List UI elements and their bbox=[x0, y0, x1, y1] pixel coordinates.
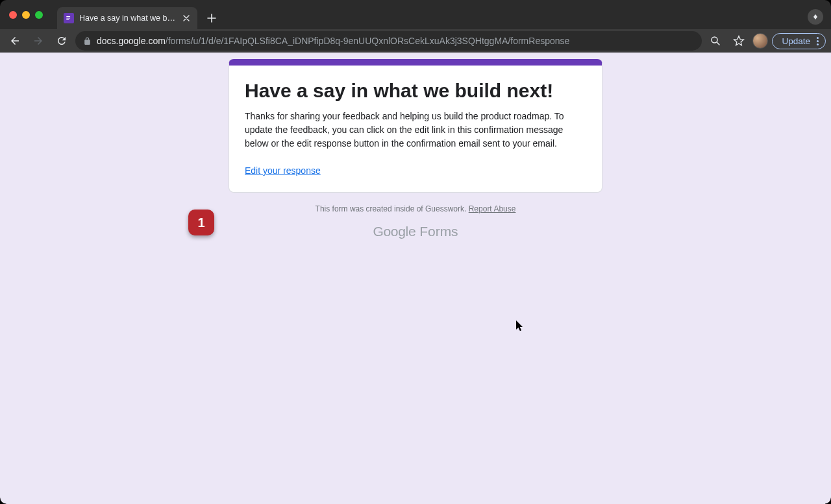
svg-point-0 bbox=[712, 37, 717, 43]
update-button-label: Update bbox=[782, 36, 810, 46]
logo-forms-text: Forms bbox=[416, 224, 458, 239]
browser-tab-active[interactable]: Have a say in what we build ne bbox=[57, 7, 197, 29]
tab-close-icon[interactable] bbox=[182, 14, 191, 23]
lock-icon bbox=[83, 37, 92, 45]
tab-list: Have a say in what we build ne bbox=[52, 0, 831, 29]
url-host: docs.google.com bbox=[97, 36, 166, 46]
kebab-menu-icon[interactable] bbox=[814, 37, 819, 45]
forward-button[interactable] bbox=[29, 31, 48, 51]
address-bar[interactable]: docs.google.com/forms/u/1/d/e/1FAIpQLSfi… bbox=[75, 31, 702, 51]
new-tab-button[interactable] bbox=[203, 9, 221, 27]
reload-button[interactable] bbox=[52, 31, 71, 51]
page-viewport: Have a say in what we build next! Thanks… bbox=[0, 53, 831, 504]
report-abuse-link[interactable]: Report Abuse bbox=[469, 204, 516, 213]
form-title: Have a say in what we build next! bbox=[245, 80, 586, 102]
url-text: docs.google.com/forms/u/1/d/e/1FAIpQLSfi… bbox=[97, 36, 569, 46]
browser-tab-strip: Have a say in what we build ne bbox=[0, 0, 831, 29]
disclaimer-text: This form was created inside of Guesswor… bbox=[316, 204, 469, 213]
browser-toolbar: docs.google.com/forms/u/1/d/e/1FAIpQLSfi… bbox=[0, 29, 831, 53]
google-forms-logo[interactable]: Google Forms bbox=[229, 224, 602, 239]
window-controls bbox=[0, 11, 52, 29]
cursor-icon bbox=[516, 320, 525, 335]
back-button[interactable] bbox=[5, 31, 25, 51]
edit-response-link[interactable]: Edit your response bbox=[245, 165, 321, 176]
form-confirmation-card: Have a say in what we build next! Thanks… bbox=[229, 59, 602, 193]
tab-title: Have a say in what we build ne bbox=[79, 14, 177, 23]
annotation-badge-1: 1 bbox=[188, 210, 214, 235]
window-maximize-button[interactable] bbox=[35, 11, 43, 19]
window-minimize-button[interactable] bbox=[22, 11, 30, 19]
url-path: /forms/u/1/d/e/1FAIpQLSfi8CA_iDNPfipD8q-… bbox=[166, 36, 569, 46]
zoom-icon[interactable] bbox=[706, 31, 725, 51]
form-disclaimer: This form was created inside of Guesswor… bbox=[229, 204, 602, 213]
forms-favicon-icon bbox=[64, 13, 74, 23]
confirmation-message: Thanks for sharing your feedback and hel… bbox=[245, 110, 586, 150]
form-confirmation-container: Have a say in what we build next! Thanks… bbox=[229, 59, 602, 239]
bookmark-star-icon[interactable] bbox=[729, 31, 749, 51]
extension-icon[interactable] bbox=[808, 9, 823, 25]
update-button[interactable]: Update bbox=[772, 33, 826, 49]
profile-avatar[interactable] bbox=[752, 33, 768, 49]
window-close-button[interactable] bbox=[9, 11, 17, 19]
logo-google-text: Google bbox=[373, 224, 416, 239]
